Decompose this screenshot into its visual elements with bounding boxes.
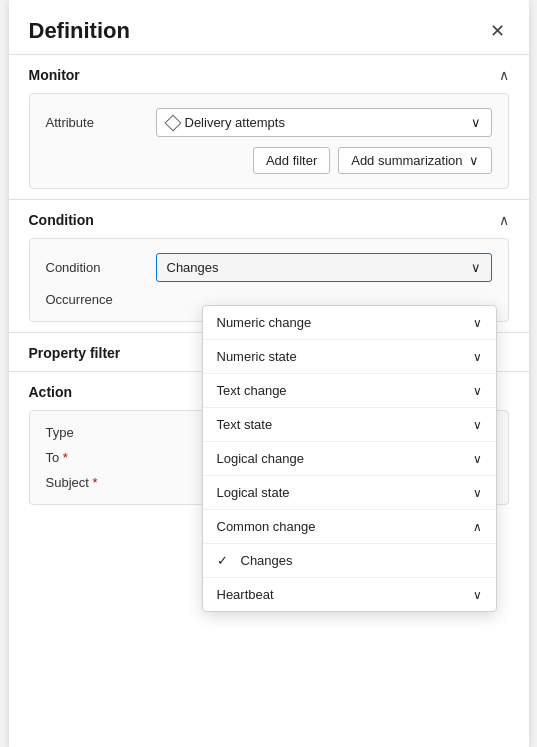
attribute-label: Attribute — [46, 115, 156, 130]
add-summarization-chevron-icon: ∨ — [469, 153, 479, 168]
property-filter-title: Property filter — [29, 345, 121, 361]
item-label: Logical state — [217, 485, 290, 500]
item-chevron-icon: ∨ — [473, 588, 482, 602]
dropdown-group-common-change[interactable]: Common change∧ — [203, 510, 496, 544]
dropdown-item-numeric-state[interactable]: Numeric state∨ — [203, 340, 496, 374]
subject-label: Subject * — [46, 475, 156, 490]
item-chevron-icon: ∨ — [473, 316, 482, 330]
item-label: Heartbeat — [217, 587, 274, 602]
monitor-section-header[interactable]: Monitor ∧ — [9, 54, 529, 93]
diamond-icon — [164, 114, 181, 131]
check-icon: ✓ — [217, 553, 233, 568]
dropdown-item-logical-change[interactable]: Logical change∨ — [203, 442, 496, 476]
item-chevron-icon: ∨ — [473, 384, 482, 398]
to-required: * — [63, 450, 68, 465]
attribute-value: Delivery attempts — [185, 115, 285, 130]
item-label: Changes — [241, 553, 293, 568]
item-label: Numeric state — [217, 349, 297, 364]
definition-panel: Definition ✕ Monitor ∧ Attribute Deliver… — [9, 0, 529, 747]
monitor-title: Monitor — [29, 67, 80, 83]
condition-section-header[interactable]: Condition ∧ — [9, 199, 529, 238]
condition-chevron-icon: ∧ — [499, 212, 509, 228]
occurrence-label: Occurrence — [46, 292, 156, 307]
panel-header: Definition ✕ — [9, 0, 529, 54]
dropdown-item-text-change[interactable]: Text change∨ — [203, 374, 496, 408]
add-summarization-button[interactable]: Add summarization ∨ — [338, 147, 491, 174]
item-label: Logical change — [217, 451, 304, 466]
item-chevron-icon: ∨ — [473, 418, 482, 432]
to-label: To * — [46, 450, 156, 465]
action-title: Action — [29, 384, 73, 400]
monitor-actions: Add filter Add summarization ∨ — [46, 147, 492, 174]
attribute-row: Attribute Delivery attempts ∨ — [46, 108, 492, 137]
dropdown-item-text-state[interactable]: Text state∨ — [203, 408, 496, 442]
item-label: Text change — [217, 383, 287, 398]
add-summarization-label: Add summarization — [351, 153, 462, 168]
monitor-card: Attribute Delivery attempts ∨ Add filter… — [29, 93, 509, 189]
dropdown-item-numeric-change[interactable]: Numeric change∨ — [203, 306, 496, 340]
condition-title: Condition — [29, 212, 94, 228]
condition-chevron-icon: ∨ — [471, 260, 481, 275]
item-label: Text state — [217, 417, 273, 432]
item-chevron-icon: ∨ — [473, 350, 482, 364]
condition-dropdown[interactable]: Changes ∨ — [156, 253, 492, 282]
subject-required: * — [93, 475, 98, 490]
panel-title: Definition — [29, 18, 130, 44]
monitor-chevron-icon: ∧ — [499, 67, 509, 83]
dropdown-item-heartbeat[interactable]: Heartbeat∨ — [203, 578, 496, 611]
condition-dropdown-overlay: Numeric change∨Numeric state∨Text change… — [202, 305, 497, 612]
type-label: Type — [46, 425, 156, 440]
add-filter-button[interactable]: Add filter — [253, 147, 330, 174]
close-button[interactable]: ✕ — [486, 18, 509, 44]
group-chevron-icon: ∧ — [473, 520, 482, 534]
attribute-dropdown[interactable]: Delivery attempts ∨ — [156, 108, 492, 137]
condition-value: Changes — [167, 260, 219, 275]
group-label: Common change — [217, 519, 316, 534]
attribute-chevron-icon: ∨ — [471, 115, 481, 130]
item-label: Numeric change — [217, 315, 312, 330]
dropdown-item-changes[interactable]: ✓Changes — [203, 544, 496, 578]
item-chevron-icon: ∨ — [473, 452, 482, 466]
item-chevron-icon: ∨ — [473, 486, 482, 500]
condition-label: Condition — [46, 260, 156, 275]
dropdown-item-logical-state[interactable]: Logical state∨ — [203, 476, 496, 510]
condition-row: Condition Changes ∨ — [46, 253, 492, 282]
